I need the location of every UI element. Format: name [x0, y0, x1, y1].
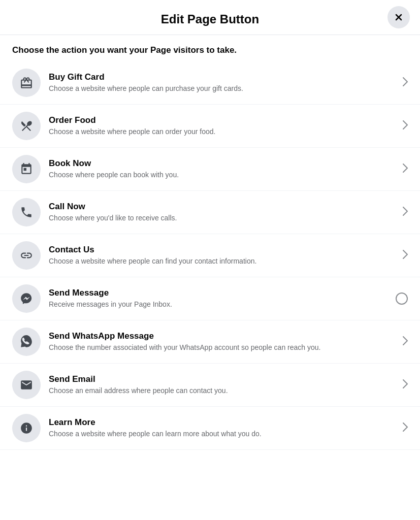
- item-desc-send-message: Receive messages in your Page Inbox.: [49, 300, 387, 310]
- close-button[interactable]: [387, 6, 410, 28]
- page-subtitle: Choose the action you want your Page vis…: [0, 35, 420, 61]
- list-item-send-whatsapp[interactable]: Send WhatsApp MessageChoose the number a…: [0, 320, 420, 364]
- cutlery-icon: [12, 112, 41, 140]
- chevron-right-icon-book-now: [403, 164, 408, 175]
- list-item-buy-gift-card[interactable]: Buy Gift CardChoose a website where peop…: [0, 61, 420, 105]
- item-desc-send-whatsapp: Choose the number associated with your W…: [49, 343, 395, 353]
- item-content-send-message: Send MessageReceive messages in your Pag…: [49, 288, 387, 310]
- item-content-buy-gift-card: Buy Gift CardChoose a website where peop…: [49, 72, 395, 94]
- chevron-right-icon-send-whatsapp: [403, 336, 408, 348]
- list-item-send-email[interactable]: Send EmailChoose an email address where …: [0, 364, 420, 407]
- messenger-icon: [12, 284, 41, 313]
- item-desc-send-email: Choose an email address where people can…: [49, 386, 395, 396]
- email-icon: [12, 371, 41, 399]
- edit-page-button-modal: Edit Page Button Choose the action you w…: [0, 0, 420, 520]
- item-title-send-message: Send Message: [49, 288, 387, 298]
- chevron-right-icon-learn-more: [403, 422, 408, 434]
- modal-header: Edit Page Button: [0, 0, 420, 35]
- list-item-book-now[interactable]: Book NowChoose where people can book wit…: [0, 148, 420, 191]
- chevron-right-icon-send-email: [403, 379, 408, 391]
- item-title-learn-more: Learn More: [49, 417, 395, 428]
- radio-send-message[interactable]: [396, 292, 408, 305]
- whatsapp-icon: [12, 328, 41, 356]
- calendar-icon: [12, 155, 41, 183]
- item-title-send-email: Send Email: [49, 374, 395, 384]
- chevron-right-icon-buy-gift-card: [403, 77, 408, 89]
- item-content-call-now: Call NowChoose where you'd like to recei…: [49, 202, 395, 223]
- item-desc-book-now: Choose where people can book with you.: [49, 170, 395, 180]
- phone-icon: [12, 198, 41, 226]
- item-title-order-food: Order Food: [49, 115, 395, 125]
- action-list: Buy Gift CardChoose a website where peop…: [0, 61, 420, 450]
- list-item-order-food[interactable]: Order FoodChoose a website where people …: [0, 105, 420, 148]
- info-icon: [12, 414, 41, 442]
- item-desc-learn-more: Choose a website where people can learn …: [49, 429, 395, 439]
- item-content-learn-more: Learn MoreChoose a website where people …: [49, 417, 395, 439]
- item-title-call-now: Call Now: [49, 202, 395, 212]
- chevron-right-icon-order-food: [403, 120, 408, 132]
- item-desc-order-food: Choose a website where people can order …: [49, 127, 395, 137]
- list-item-contact-us[interactable]: Contact UsChoose a website where people …: [0, 234, 420, 277]
- item-title-contact-us: Contact Us: [49, 245, 395, 255]
- close-icon: [394, 12, 404, 22]
- item-title-send-whatsapp: Send WhatsApp Message: [49, 331, 395, 341]
- link-icon: [12, 241, 41, 270]
- item-content-book-now: Book NowChoose where people can book wit…: [49, 158, 395, 180]
- list-item-learn-more[interactable]: Learn MoreChoose a website where people …: [0, 407, 420, 450]
- item-content-send-email: Send EmailChoose an email address where …: [49, 374, 395, 396]
- item-desc-buy-gift-card: Choose a website where people can purcha…: [49, 84, 395, 94]
- item-content-order-food: Order FoodChoose a website where people …: [49, 115, 395, 137]
- item-desc-call-now: Choose where you'd like to receive calls…: [49, 213, 395, 223]
- item-desc-contact-us: Choose a website where people can find y…: [49, 256, 395, 267]
- item-title-book-now: Book Now: [49, 158, 395, 169]
- modal-title: Edit Page Button: [161, 12, 259, 26]
- list-item-send-message[interactable]: Send MessageReceive messages in your Pag…: [0, 277, 420, 320]
- gift-card-icon: [12, 69, 41, 97]
- chevron-right-icon-call-now: [403, 207, 408, 218]
- item-content-contact-us: Contact UsChoose a website where people …: [49, 245, 395, 267]
- chevron-right-icon-contact-us: [403, 250, 408, 262]
- item-content-send-whatsapp: Send WhatsApp MessageChoose the number a…: [49, 331, 395, 353]
- list-item-call-now[interactable]: Call NowChoose where you'd like to recei…: [0, 191, 420, 234]
- item-title-buy-gift-card: Buy Gift Card: [49, 72, 395, 82]
